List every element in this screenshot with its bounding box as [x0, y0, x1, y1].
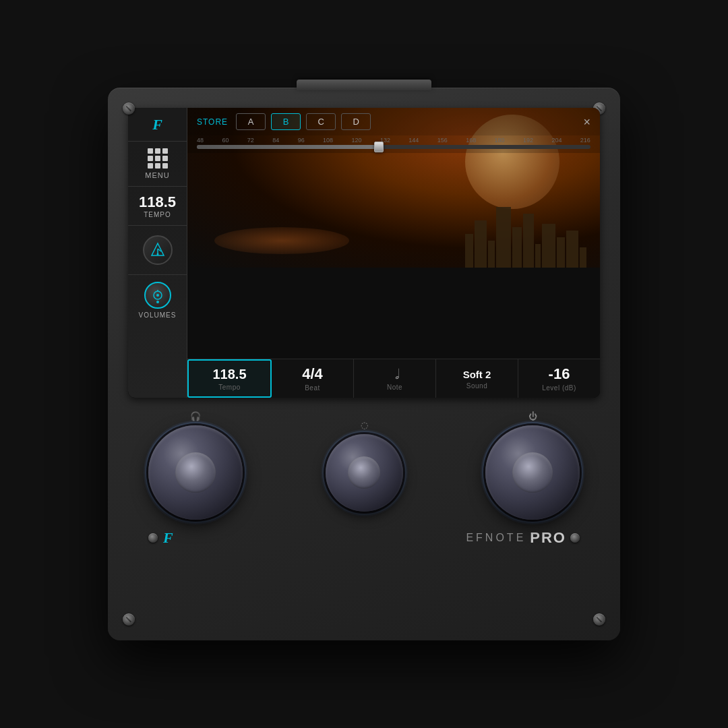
marker-72: 72	[247, 137, 254, 144]
sidebar-tempo: 118.5 TEMPO	[128, 187, 187, 226]
level-value: -16	[549, 367, 570, 382]
marker-108: 108	[323, 137, 333, 144]
building	[542, 224, 555, 268]
building	[566, 231, 578, 268]
screw-top-left	[123, 102, 135, 115]
grid-icon	[148, 148, 168, 169]
sound-cell[interactable]: Soft 2 Sound	[436, 359, 518, 398]
volumes-button[interactable]: VOLUMES	[128, 275, 187, 326]
screw-brand-left	[148, 533, 158, 543]
grid-dot	[148, 148, 153, 154]
marker-96: 96	[298, 137, 305, 144]
grid-dot	[162, 163, 168, 169]
slider-fill	[197, 145, 382, 149]
marker-60: 60	[222, 137, 229, 144]
note-label: Note	[387, 384, 402, 391]
tempo-cell[interactable]: 118.5 Tempo	[187, 359, 272, 398]
building	[475, 220, 487, 268]
grid-dot	[155, 156, 160, 161]
level-label: Level (dB)	[542, 384, 576, 392]
knob-right[interactable]	[485, 425, 580, 520]
brand-f-logo: F	[163, 529, 173, 547]
device-body: F MENU 118.5 TEMPO	[108, 88, 620, 640]
sidebar-tempo-label: TEMPO	[144, 211, 171, 218]
preset-a-button[interactable]: A	[236, 113, 266, 130]
menu-button[interactable]: MENU	[128, 142, 187, 187]
brand-right: EFNOTE PRO	[466, 529, 580, 547]
brand-left: F	[148, 529, 173, 547]
knob-middle[interactable]	[326, 434, 403, 512]
tempo-value: 118.5	[212, 367, 246, 381]
marker-48: 48	[197, 137, 204, 144]
sidebar: F MENU 118.5 TEMPO	[128, 108, 187, 398]
brand-name: EFNOTE	[466, 532, 526, 544]
beat-value: 4/4	[302, 367, 323, 382]
tempo-slider-track[interactable]	[197, 145, 590, 149]
marker-168: 168	[466, 137, 476, 144]
display: F MENU 118.5 TEMPO	[128, 108, 600, 398]
volumes-label: VOLUMES	[139, 311, 177, 319]
preset-c-button[interactable]: C	[306, 113, 336, 130]
headphones-icon: 🎧	[190, 411, 201, 421]
sidebar-logo: F	[152, 116, 162, 133]
knob-right-group: ⏻	[485, 411, 580, 520]
metronome-button[interactable]	[128, 226, 187, 275]
screw-bottom-right	[593, 613, 605, 626]
svg-point-3	[156, 253, 158, 255]
controls-bar: STORE A B C D ×	[187, 108, 600, 135]
info-bar: 118.5 Tempo 4/4 Beat 𝅗𝅥 Note Soft 2 Soun…	[187, 359, 600, 398]
knob-left-group: 🎧	[148, 411, 243, 520]
level-cell[interactable]: -16 Level (dB)	[518, 359, 600, 398]
building	[488, 241, 495, 268]
preset-d-button[interactable]: D	[341, 113, 371, 130]
building	[557, 237, 565, 268]
power-icon: ⏻	[528, 411, 537, 421]
knob-middle-group: ◌	[326, 420, 403, 512]
marker-192: 192	[523, 137, 533, 144]
sound-value: Soft 2	[463, 369, 491, 380]
marker-216: 216	[580, 137, 590, 144]
building	[523, 214, 534, 268]
bg-clouds	[214, 227, 349, 254]
note-cell[interactable]: 𝅗𝅥 Note	[354, 359, 436, 398]
close-button[interactable]: ×	[583, 116, 590, 128]
grid-dot	[148, 156, 153, 161]
beat-label: Beat	[305, 384, 320, 392]
menu-label: MENU	[145, 171, 169, 179]
slider-thumb[interactable]	[374, 142, 384, 152]
metronome-icon	[143, 235, 173, 265]
marker-120: 120	[351, 137, 361, 144]
sound-label: Sound	[466, 382, 487, 390]
marker-180: 180	[495, 137, 505, 144]
grid-dot	[162, 148, 168, 154]
preset-b-button[interactable]: B	[271, 113, 301, 130]
bg-buildings	[465, 207, 586, 268]
tempo-slider-area: 48 60 72 84 96 108 120 132 144 156 168 1…	[187, 135, 600, 153]
building	[580, 247, 586, 268]
grid-dot	[155, 148, 160, 154]
marker-204: 204	[551, 137, 562, 144]
building	[512, 227, 522, 268]
main-display: STORE A B C D × 48 60 72 84 96 108 120 1…	[187, 108, 600, 398]
building	[465, 234, 473, 268]
knob-left[interactable]	[148, 425, 243, 520]
tempo-label: Tempo	[218, 384, 241, 391]
knobs-section: 🎧 ◌ ⏻	[128, 398, 600, 526]
grid-dot	[155, 163, 160, 169]
sidebar-tempo-value: 118.5	[139, 193, 176, 211]
screw-brand-right	[570, 533, 580, 543]
marker-144: 144	[408, 137, 419, 144]
grid-dot	[162, 156, 168, 161]
top-bracket	[297, 80, 431, 90]
sidebar-logo-area: F	[128, 108, 187, 142]
marker-156: 156	[437, 137, 448, 144]
bottom-brand: F EFNOTE PRO	[128, 529, 600, 547]
grid-dot	[148, 163, 153, 169]
input-icon: ◌	[361, 420, 368, 430]
beat-cell[interactable]: 4/4 Beat	[272, 359, 354, 398]
brand-model: PRO	[530, 529, 566, 547]
marker-84: 84	[272, 137, 279, 144]
building	[496, 207, 511, 268]
svg-point-5	[156, 294, 159, 297]
volumes-knob-icon	[144, 282, 171, 309]
